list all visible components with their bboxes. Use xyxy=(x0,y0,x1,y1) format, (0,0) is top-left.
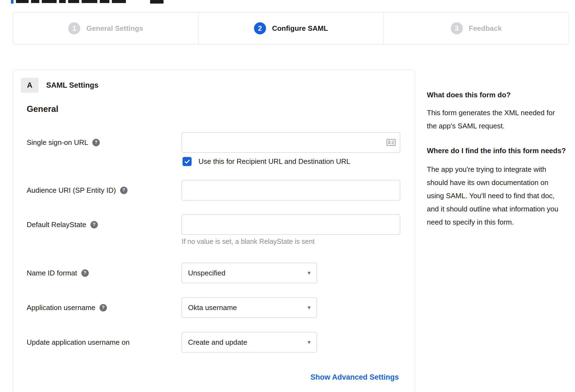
step-label: Configure SAML xyxy=(272,24,328,33)
label-text: Single sign-on URL xyxy=(27,138,88,147)
chevron-down-icon: ▾ xyxy=(308,339,311,346)
application-username-select[interactable]: Okta username ▾ xyxy=(182,297,317,318)
help-question-title: Where do I find the info this form needs… xyxy=(427,145,566,157)
address-card-icon[interactable] xyxy=(386,139,396,146)
step-feedback[interactable]: 3 Feedback xyxy=(383,13,569,44)
field-label-application-username: Application username ? xyxy=(27,297,107,318)
field-label-update-username-on: Update application username on xyxy=(27,332,129,352)
label-text: Name ID format xyxy=(27,269,77,277)
checkbox-label: Use this for Recipient URL and Destinati… xyxy=(198,157,350,166)
help-icon[interactable]: ? xyxy=(81,269,89,277)
step-number-badge: 1 xyxy=(68,22,80,34)
chevron-down-icon: ▾ xyxy=(308,304,311,311)
field-label-audience-uri: Audience URI (SP Entity ID) ? xyxy=(27,180,128,200)
chevron-down-icon: ▾ xyxy=(308,269,311,277)
relaystate-input[interactable] xyxy=(182,214,400,235)
select-value: Create and update xyxy=(188,338,247,347)
glyph-fragment xyxy=(82,0,97,3)
field-label-name-id-format: Name ID format ? xyxy=(27,263,89,283)
help-icon[interactable]: ? xyxy=(92,139,100,146)
help-icon[interactable]: ? xyxy=(99,304,107,311)
step-general-settings[interactable]: 1 General Settings xyxy=(13,13,198,44)
help-icon[interactable]: ? xyxy=(90,221,98,228)
step-number-badge: 3 xyxy=(451,22,463,34)
saml-settings-card: A SAML Settings General Single sign-on U… xyxy=(13,70,415,392)
help-answer-text: This form generates the XML needed for t… xyxy=(427,106,566,132)
step-number-badge: 2 xyxy=(254,22,266,34)
relaystate-input-wrap xyxy=(182,214,400,235)
cropped-page-title xyxy=(11,0,164,4)
show-advanced-settings-link[interactable]: Show Advanced Settings xyxy=(310,373,399,382)
label-text: Default RelayState xyxy=(27,220,86,229)
step-label: General Settings xyxy=(86,24,143,33)
wizard-stepper: 1 General Settings 2 Configure SAML 3 Fe… xyxy=(13,12,569,44)
step-configure-saml[interactable]: 2 Configure SAML xyxy=(198,13,383,44)
select-value: Unspecified xyxy=(188,269,225,277)
relaystate-hint: If no value is set, a blank RelayState i… xyxy=(182,238,315,245)
section-badge: A xyxy=(21,78,38,93)
group-heading-general: General xyxy=(27,104,58,114)
label-text: Audience URI (SP Entity ID) xyxy=(27,186,116,195)
label-text: Application username xyxy=(27,303,95,312)
select-value: Okta username xyxy=(188,303,237,312)
help-question-title: What does this form do? xyxy=(427,90,566,100)
label-text: Update application username on xyxy=(27,338,129,347)
help-sidebar: What does this form do? This form genera… xyxy=(427,90,566,241)
recipient-url-checkbox-row: Use this for Recipient URL and Destinati… xyxy=(183,157,350,166)
glyph-fragment xyxy=(112,0,126,3)
update-username-on-select[interactable]: Create and update ▾ xyxy=(182,332,317,352)
glyph-fragment xyxy=(100,0,109,3)
glyph-fragment xyxy=(31,0,39,3)
field-label-default-relaystate: Default RelayState ? xyxy=(27,214,98,235)
audience-uri-input-wrap xyxy=(182,180,400,200)
glyph-fragment xyxy=(150,0,164,4)
name-id-format-select[interactable]: Unspecified ▾ xyxy=(182,263,317,283)
help-icon[interactable]: ? xyxy=(120,187,128,194)
audience-uri-input[interactable] xyxy=(182,180,400,200)
glyph-fragment xyxy=(59,0,66,3)
help-answer-text: The app you're trying to integrate with … xyxy=(427,163,566,229)
glyph-fragment xyxy=(11,0,13,4)
glyph-fragment xyxy=(16,0,29,3)
field-label-sso-url: Single sign-on URL ? xyxy=(27,132,100,153)
section-title: SAML Settings xyxy=(46,78,98,93)
sso-url-input[interactable] xyxy=(182,132,400,153)
step-label: Feedback xyxy=(469,24,502,33)
glyph-fragment xyxy=(42,0,57,3)
sso-url-input-wrap xyxy=(182,132,400,153)
glyph-fragment xyxy=(68,0,79,3)
glyph-gap xyxy=(128,0,148,3)
recipient-url-checkbox[interactable] xyxy=(183,157,192,166)
